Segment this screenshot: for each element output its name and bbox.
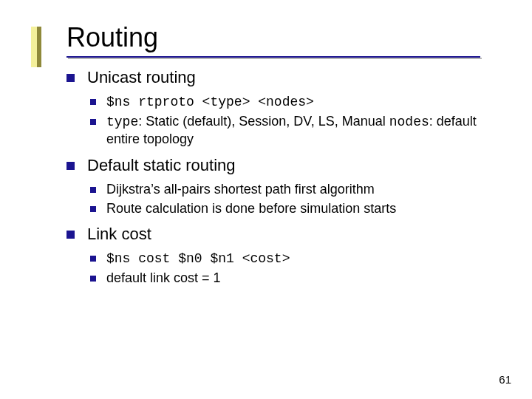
sub-list: Dijkstra’s all-pairs shortest path first… [87, 181, 495, 218]
sub-list: $ns rtproto <type> <nodes> type: Static … [87, 93, 495, 149]
list-item: type: Static (default), Session, DV, LS,… [87, 113, 495, 149]
content-list: Unicast routing $ns rtproto <type> <node… [66, 66, 495, 287]
code-text: type [106, 115, 138, 129]
code-text: $ns cost $n0 $n1 <cost> [106, 251, 290, 266]
list-item: Dijkstra’s all-pairs shortest path first… [87, 181, 495, 198]
title-underline [66, 56, 480, 58]
section-unicast: Unicast routing $ns rtproto <type> <node… [66, 66, 495, 149]
body-text: default link cost = 1 [106, 270, 221, 285]
section-heading: Unicast routing [87, 68, 196, 86]
slide: Routing Unicast routing $ns rtproto <typ… [0, 0, 532, 399]
page-number: 61 [499, 373, 511, 386]
body-text: Route calculation is done before simulat… [106, 201, 396, 216]
section-heading: Default static routing [87, 156, 236, 174]
section-heading: Link cost [87, 225, 151, 243]
body-text: Dijkstra’s all-pairs shortest path first… [106, 182, 375, 197]
title-underline-shadow [68, 58, 482, 59]
list-item: Route calculation is done before simulat… [87, 200, 495, 217]
list-item: $ns cost $n0 $n1 <cost> [87, 250, 495, 267]
body-text: : Static (default), Session, DV, LS, Man… [138, 114, 389, 129]
title-block: Routing [66, 22, 495, 53]
section-link-cost: Link cost $ns cost $n0 $n1 <cost> defaul… [66, 223, 495, 287]
section-default-static: Default static routing Dijkstra’s all-pa… [66, 154, 495, 217]
sub-list: $ns cost $n0 $n1 <cost> default link cos… [87, 250, 495, 287]
list-item: default link cost = 1 [87, 270, 495, 287]
code-text: nodes [389, 115, 429, 129]
accent-bar [31, 27, 41, 67]
slide-title: Routing [66, 22, 495, 53]
code-text: $ns rtproto <type> <nodes> [106, 95, 314, 109]
list-item: $ns rtproto <type> <nodes> [87, 93, 495, 111]
